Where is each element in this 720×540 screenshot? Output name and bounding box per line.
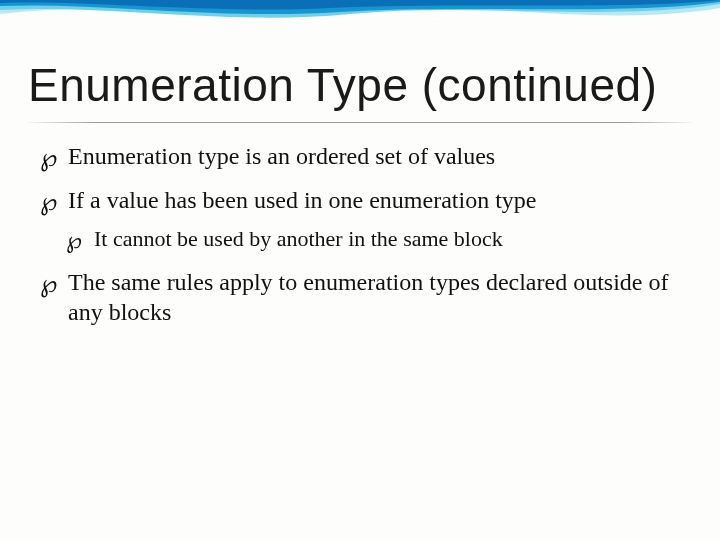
bullet-glyph-icon: ℘ [40, 186, 57, 218]
bullet-text: Enumeration type is an ordered set of va… [68, 143, 495, 169]
bullet-item: ℘ If a value has been used in one enumer… [40, 185, 680, 215]
bullet-text: It cannot be used by another in the same… [94, 226, 503, 251]
bullet-glyph-icon: ℘ [40, 142, 57, 174]
wave-svg [0, 0, 720, 70]
bullet-item: ℘ Enumeration type is an ordered set of … [40, 141, 680, 171]
title-divider [28, 122, 692, 123]
bullet-text: If a value has been used in one enumerat… [68, 187, 537, 213]
bullet-glyph-icon: ℘ [66, 226, 82, 255]
bullet-sub-item: ℘ It cannot be used by another in the sa… [66, 225, 680, 253]
slide-content: ℘ Enumeration type is an ordered set of … [0, 141, 720, 327]
bullet-text: The same rules apply to enumeration type… [68, 269, 668, 325]
wave-decoration [0, 0, 720, 70]
bullet-item: ℘ The same rules apply to enumeration ty… [40, 267, 680, 327]
bullet-glyph-icon: ℘ [40, 268, 57, 300]
